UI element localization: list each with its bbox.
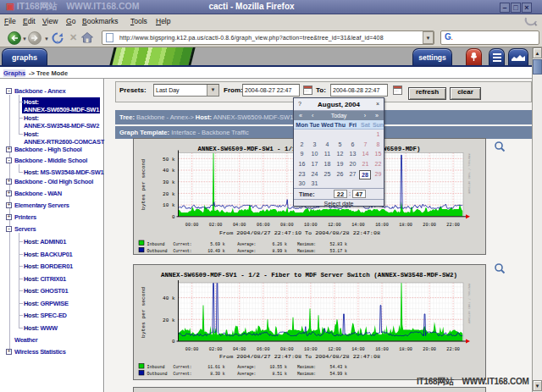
- svg-text:53.17 k: 53.17 k: [330, 248, 348, 254]
- svg-text:20:00: 20:00: [423, 222, 436, 228]
- svg-text:8.99 k: 8.99 k: [273, 248, 288, 254]
- svg-text:54.99 k: 54.99 k: [330, 371, 348, 377]
- svg-text:bytes per second: bytes per second: [141, 159, 147, 210]
- svg-text:02:00: 02:00: [209, 346, 223, 352]
- svg-text:ANNEX-SW6509-MDF-SV1 - 1/2 - F: ANNEX-SW6509-MDF-SV1 - 1/2 - Fiber to MD…: [161, 272, 457, 279]
- svg-text:10.49 k: 10.49 k: [207, 248, 225, 254]
- svg-text:Maximum:: Maximum:: [297, 248, 316, 254]
- svg-text:10:00: 10:00: [304, 346, 318, 352]
- svg-text:00:00: 00:00: [185, 346, 199, 352]
- svg-text:20 k: 20 k: [163, 317, 175, 323]
- svg-text:14:00: 14:00: [351, 346, 365, 352]
- svg-text:40 k: 40 k: [163, 168, 175, 174]
- svg-text:08:00: 08:00: [280, 346, 294, 352]
- svg-text:50 k: 50 k: [163, 157, 175, 163]
- svg-text:10:00: 10:00: [304, 222, 318, 228]
- svg-text:Current:: Current:: [173, 364, 191, 370]
- svg-text:Maximum:: Maximum:: [297, 371, 316, 377]
- svg-text:Current:: Current:: [173, 248, 191, 254]
- svg-text:8.51 k: 8.51 k: [273, 371, 288, 377]
- svg-text:06:00: 06:00: [257, 222, 270, 228]
- svg-text:52.83 k: 52.83 k: [330, 241, 348, 247]
- svg-text:06:00: 06:00: [257, 346, 270, 352]
- svg-text:From 2004/08/27 22:47:08 To 20: From 2004/08/27 22:47:08 To 2004/08/28 2…: [219, 354, 380, 360]
- svg-text:5.69 k: 5.69 k: [210, 241, 225, 247]
- svg-text:Outbound: Outbound: [147, 371, 168, 377]
- svg-text:22:00: 22:00: [446, 222, 460, 228]
- svg-text:11.61 k: 11.61 k: [207, 364, 225, 370]
- svg-text:Outbound: Outbound: [147, 248, 168, 254]
- svg-text:8.30 k: 8.30 k: [210, 371, 225, 377]
- svg-text:04:00: 04:00: [233, 346, 246, 352]
- svg-text:Average:: Average:: [237, 371, 256, 377]
- svg-text:From 2004/08/27 22:47:10 To 20: From 2004/08/27 22:47:10 To 2004/08/28 2…: [219, 230, 380, 236]
- svg-text:bytes per second: bytes per second: [141, 287, 147, 338]
- svg-text:10.55 k: 10.55 k: [270, 364, 288, 370]
- svg-text:20 k: 20 k: [163, 191, 175, 197]
- svg-text:Average:: Average:: [237, 248, 256, 254]
- svg-text:0: 0: [172, 214, 175, 220]
- svg-text:Average:: Average:: [237, 241, 256, 247]
- svg-text:08:00: 08:00: [280, 222, 294, 228]
- svg-text:40 k: 40 k: [163, 295, 175, 301]
- svg-text:10 k: 10 k: [163, 202, 175, 208]
- svg-text:18:00: 18:00: [399, 346, 412, 352]
- svg-text:02:00: 02:00: [209, 222, 223, 228]
- svg-text:30 k: 30 k: [163, 179, 175, 185]
- svg-text:Current:: Current:: [173, 371, 191, 377]
- svg-text:6.26 k: 6.26 k: [273, 241, 288, 247]
- svg-text:RRDTOOL / TOBI OETIKER: RRDTOOL / TOBI OETIKER: [467, 154, 471, 195]
- svg-text:18:00: 18:00: [399, 222, 412, 228]
- svg-text:Maximum:: Maximum:: [297, 364, 316, 370]
- svg-text:00:00: 00:00: [185, 222, 199, 228]
- svg-text:16:00: 16:00: [375, 222, 389, 228]
- svg-text:0: 0: [172, 339, 175, 345]
- svg-text:RRDTOOL / TOBI OETIKER: RRDTOOL / TOBI OETIKER: [467, 284, 471, 324]
- svg-text:54.43 k: 54.43 k: [330, 364, 348, 370]
- svg-text:Inbound: Inbound: [147, 241, 165, 247]
- svg-text:14:00: 14:00: [351, 222, 365, 228]
- svg-text:Current:: Current:: [173, 241, 191, 247]
- svg-text:16:00: 16:00: [375, 346, 389, 352]
- svg-text:12:00: 12:00: [328, 222, 341, 228]
- svg-text:12:00: 12:00: [328, 346, 341, 352]
- svg-text:20:00: 20:00: [423, 346, 436, 352]
- svg-text:04:00: 04:00: [233, 222, 246, 228]
- svg-text:22:00: 22:00: [446, 346, 460, 352]
- svg-text:Inbound: Inbound: [147, 364, 165, 370]
- svg-text:Average:: Average:: [237, 364, 256, 370]
- svg-text:Maximum:: Maximum:: [297, 241, 316, 247]
